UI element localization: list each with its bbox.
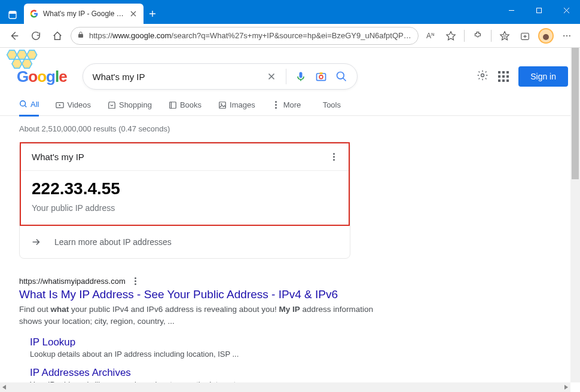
more-menu-button[interactable] xyxy=(560,29,574,43)
svg-rect-2 xyxy=(536,8,541,13)
vertical-scrollbar[interactable] xyxy=(570,48,580,382)
answer-heading: What's my IP xyxy=(32,152,84,162)
toolbar-divider xyxy=(464,30,465,42)
window-maximize-button[interactable] xyxy=(525,0,552,20)
svg-point-18 xyxy=(20,101,26,106)
clear-search-icon[interactable] xyxy=(265,71,277,82)
result-menu-icon[interactable] xyxy=(132,277,140,285)
search-submit-icon[interactable] xyxy=(335,71,347,82)
svg-point-14 xyxy=(319,75,323,79)
home-button[interactable] xyxy=(49,27,66,44)
page-content: Google Sign in All Videos xyxy=(0,48,580,392)
window-minimize-button[interactable] xyxy=(497,0,525,20)
search-input[interactable] xyxy=(93,72,257,82)
result-description: Find out what your public IPv4 and IPv6 … xyxy=(19,304,378,328)
refresh-button[interactable] xyxy=(28,27,44,44)
svg-rect-21 xyxy=(219,102,226,108)
image-search-icon[interactable] xyxy=(315,71,327,82)
browser-tab[interactable]: What's my IP - Google Search xyxy=(24,4,144,24)
search-result: https://whatismyipaddress.com What Is My… xyxy=(19,277,378,389)
window-controls xyxy=(497,0,580,20)
lock-icon xyxy=(77,31,84,40)
ip-address-label: Your public IP address xyxy=(32,203,338,213)
google-apps-icon[interactable] xyxy=(498,71,509,82)
answer-menu-icon[interactable] xyxy=(329,153,338,161)
profile-avatar[interactable] xyxy=(538,28,554,44)
result-url[interactable]: https://whatismyipaddress.com xyxy=(19,277,126,286)
tab-title: What's my IP - Google Search xyxy=(43,10,124,18)
search-tabs: All Videos Shopping Books Images More To… xyxy=(0,90,580,116)
result-title-link[interactable]: What Is My IP Address - See Your Public … xyxy=(19,288,378,301)
tab-shopping[interactable]: Shopping xyxy=(108,100,152,115)
svg-rect-20 xyxy=(170,102,176,108)
svg-point-5 xyxy=(563,35,564,36)
horizontal-scrollbar[interactable] xyxy=(0,382,570,392)
svg-point-7 xyxy=(569,35,570,36)
window-titlebar: What's my IP - Google Search xyxy=(0,0,580,24)
sublink-desc: Lookup details about an IP address inclu… xyxy=(30,350,378,359)
new-tab-button[interactable] xyxy=(144,4,161,24)
svg-point-16 xyxy=(337,72,344,79)
signin-button[interactable]: Sign in xyxy=(518,66,568,87)
svg-point-6 xyxy=(566,35,567,36)
address-bar[interactable]: https://www.google.com/search?q=What%27s… xyxy=(71,27,419,45)
back-button[interactable] xyxy=(6,27,23,44)
ip-address-value: 222.33.4.55 xyxy=(32,179,338,198)
reader-mode-button[interactable]: Aᴺ xyxy=(423,29,438,43)
svg-rect-13 xyxy=(316,74,325,81)
svg-point-17 xyxy=(481,74,484,77)
window-close-button[interactable] xyxy=(552,0,580,20)
svg-rect-3 xyxy=(78,34,83,38)
learn-more-link[interactable]: Learn more about IP addresses xyxy=(20,226,350,258)
vdots-icon xyxy=(272,101,280,109)
tab-actions-button[interactable] xyxy=(4,6,22,24)
search-box[interactable] xyxy=(83,63,358,90)
tab-all[interactable]: All xyxy=(19,100,39,117)
sublink-ip-archives[interactable]: IP Addresses Archives xyxy=(30,367,378,379)
extensions-button[interactable] xyxy=(471,29,485,43)
tab-strip: What's my IP - Google Search xyxy=(0,0,161,24)
settings-gear-icon[interactable] xyxy=(477,69,489,84)
favorite-button[interactable] xyxy=(444,29,458,43)
toolbar-divider xyxy=(491,30,492,42)
svg-rect-1 xyxy=(9,11,16,14)
svg-point-22 xyxy=(221,103,222,105)
result-stats: About 2,510,000,000 results (0.47 second… xyxy=(0,116,580,133)
svg-marker-8 xyxy=(7,50,17,59)
collections-button[interactable] xyxy=(518,29,532,43)
answer-card: What's my IP 222.33.4.55 Your public IP … xyxy=(19,142,350,259)
search-divider xyxy=(286,69,286,84)
toolbar: https://www.google.com/search?q=What%27s… xyxy=(0,24,580,48)
google-favicon-icon xyxy=(30,10,38,18)
decoration-hex-icon xyxy=(0,48,54,78)
tools-button[interactable]: Tools xyxy=(323,100,341,115)
tab-more[interactable]: More xyxy=(272,100,301,115)
close-tab-icon[interactable] xyxy=(129,10,138,18)
svg-marker-10 xyxy=(27,50,37,59)
svg-marker-12 xyxy=(22,59,32,68)
svg-marker-9 xyxy=(17,50,27,59)
url-text: https://www.google.com/search?q=What%27s… xyxy=(89,31,412,40)
svg-rect-15 xyxy=(319,72,322,74)
tab-books[interactable]: Books xyxy=(169,100,202,115)
arrow-right-icon xyxy=(30,237,41,247)
sublink-ip-lookup[interactable]: IP Lookup xyxy=(30,336,378,348)
voice-search-icon[interactable] xyxy=(295,71,307,82)
tab-images[interactable]: Images xyxy=(218,100,255,115)
tab-videos[interactable]: Videos xyxy=(56,100,91,115)
svg-marker-11 xyxy=(12,59,22,68)
favorites-bar-button[interactable] xyxy=(497,29,512,43)
